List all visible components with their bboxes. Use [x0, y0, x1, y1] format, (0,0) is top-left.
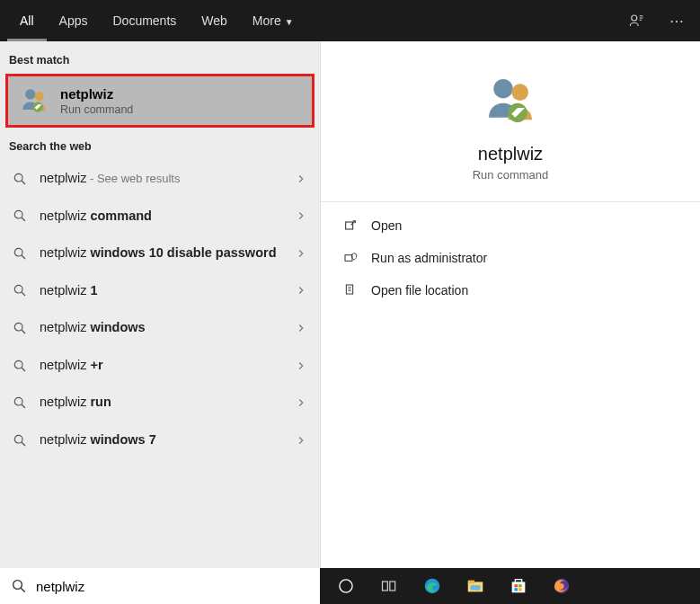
web-result-text: netplwiz run [40, 394, 284, 412]
action-open-location[interactable]: Open file location [321, 274, 700, 306]
web-result-text: netplwiz +r [40, 357, 284, 375]
tab-apps[interactable]: Apps [47, 1, 101, 41]
action-open-label: Open [371, 218, 402, 233]
search-icon [13, 283, 29, 298]
action-run-admin[interactable]: Run as administrator [321, 242, 700, 274]
feedback-icon[interactable] [628, 13, 660, 29]
action-open-location-label: Open file location [371, 283, 468, 298]
web-result-item[interactable]: netplwiz windows [5, 309, 315, 347]
detail-title: netplwiz [321, 144, 700, 164]
search-icon [13, 209, 29, 223]
file-explorer-icon[interactable] [455, 568, 496, 604]
svg-rect-21 [518, 588, 522, 591]
search-tabs: All Apps Documents Web More▼ ⋯ [0, 0, 700, 41]
chevron-right-icon [295, 284, 307, 297]
document-icon [342, 283, 359, 298]
svg-point-9 [340, 580, 352, 592]
web-result-text: netplwiz - See web results [40, 170, 284, 188]
web-result-item[interactable]: netplwiz windows 7 [5, 422, 315, 459]
svg-rect-19 [518, 584, 522, 587]
results-panel: Best match netplwiz Run command Search t… [0, 41, 320, 568]
users-icon [19, 85, 49, 116]
search-box[interactable] [0, 568, 320, 604]
svg-rect-20 [514, 588, 518, 591]
search-input[interactable] [36, 579, 309, 594]
best-match-item[interactable]: netplwiz Run command [5, 74, 315, 128]
search-web-label: Search the web [0, 128, 320, 160]
taskbar [0, 568, 700, 604]
tab-all[interactable]: All [7, 1, 47, 41]
chevron-right-icon [295, 173, 307, 185]
svg-rect-10 [383, 582, 388, 591]
search-icon [13, 395, 29, 410]
firefox-icon[interactable] [541, 568, 582, 604]
search-icon [13, 172, 29, 186]
web-result-item[interactable]: netplwiz run [5, 384, 315, 422]
tab-web[interactable]: Web [189, 1, 240, 41]
microsoft-store-icon[interactable] [498, 568, 539, 604]
tab-documents[interactable]: Documents [100, 1, 189, 41]
edge-icon[interactable] [412, 568, 453, 604]
best-match-label: Best match [0, 41, 320, 74]
web-result-item[interactable]: netplwiz - See web results [5, 160, 315, 198]
task-view-icon[interactable] [368, 568, 410, 604]
svg-rect-14 [468, 581, 474, 584]
web-result-item[interactable]: netplwiz +r [5, 347, 315, 385]
action-run-admin-label: Run as administrator [371, 251, 487, 265]
search-icon [11, 578, 27, 594]
web-result-text: netplwiz windows [40, 319, 284, 337]
web-result-text: netplwiz command [40, 208, 284, 226]
web-result-item[interactable]: netplwiz 1 [5, 272, 315, 310]
detail-subtitle: Run command [321, 168, 700, 182]
search-icon [13, 321, 29, 335]
users-icon [482, 72, 539, 129]
best-match-title: netplwiz [60, 86, 133, 102]
search-icon [13, 246, 29, 261]
web-result-item[interactable]: netplwiz windows 10 disable password [5, 235, 315, 272]
svg-point-8 [632, 15, 637, 21]
web-result-text: netplwiz windows 10 disable password [40, 244, 284, 262]
shield-icon [342, 251, 359, 265]
chevron-right-icon [295, 396, 307, 409]
search-icon [13, 359, 29, 373]
svg-rect-17 [515, 580, 521, 583]
chevron-right-icon [295, 434, 307, 447]
svg-rect-15 [471, 585, 481, 591]
detail-panel: netplwiz Run command Open Run as adminis… [320, 41, 700, 568]
svg-rect-18 [514, 584, 518, 587]
best-match-subtitle: Run command [60, 103, 133, 116]
chevron-right-icon [295, 322, 307, 334]
divider [321, 201, 700, 202]
web-result-text: netplwiz windows 7 [40, 431, 284, 449]
tab-more[interactable]: More▼ [240, 1, 306, 41]
chevron-down-icon: ▼ [285, 17, 294, 27]
svg-rect-11 [390, 582, 395, 591]
action-open[interactable]: Open [321, 209, 700, 242]
more-options-icon[interactable]: ⋯ [660, 13, 693, 30]
search-icon [13, 433, 29, 448]
cortana-icon[interactable] [325, 568, 367, 604]
chevron-right-icon [295, 209, 307, 222]
web-result-item[interactable]: netplwiz command [5, 198, 315, 235]
chevron-right-icon [295, 247, 307, 260]
chevron-right-icon [295, 360, 307, 372]
web-result-text: netplwiz 1 [40, 282, 284, 300]
open-icon [342, 218, 359, 233]
